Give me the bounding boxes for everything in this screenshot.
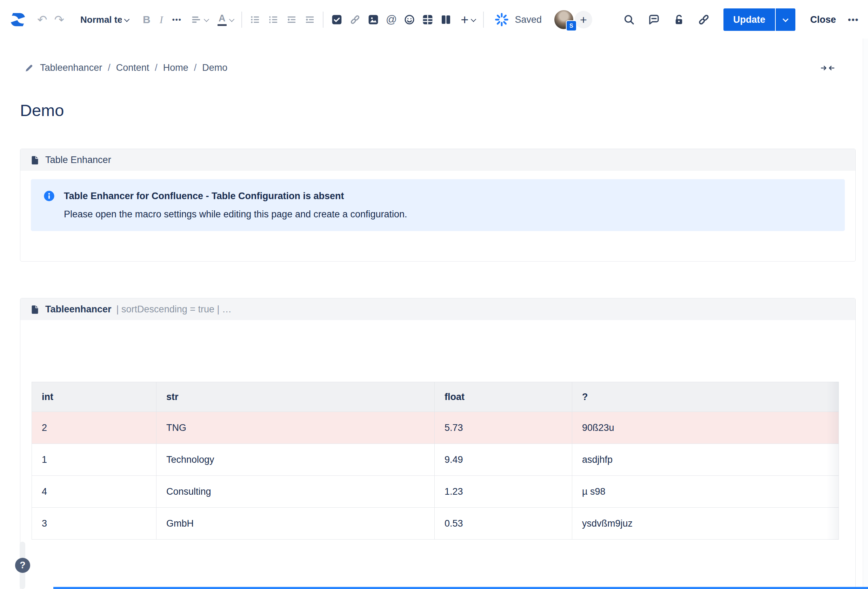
confluence-logo-icon — [9, 11, 27, 28]
bullet-list-button[interactable] — [250, 15, 260, 25]
table-row: 4Consulting1.23µ s98 — [32, 476, 839, 508]
emoji-button[interactable] — [404, 14, 415, 25]
update-split-button: Update — [723, 9, 796, 31]
task-list-button[interactable] — [331, 14, 342, 25]
avatar-status-badge: S — [566, 20, 577, 31]
table-cell: Technology — [156, 444, 435, 476]
mention-button[interactable]: @ — [386, 13, 397, 26]
numbered-list-button[interactable] — [268, 15, 279, 25]
help-button[interactable]: ? — [15, 558, 30, 573]
macro-header[interactable]: Table Enhancer — [20, 149, 855, 171]
info-panel-title: Table Enhancer for Confluence - Table Co… — [64, 190, 407, 202]
close-button[interactable]: Close — [810, 15, 836, 25]
table-row: 1Technology9.49asdjhfp — [32, 444, 839, 476]
info-panel: Table Enhancer for Confluence - Table Co… — [31, 179, 845, 231]
update-button[interactable]: Update — [723, 9, 775, 31]
restrictions-button[interactable] — [673, 14, 685, 26]
breadcrumb-item[interactable]: Home — [163, 62, 188, 73]
link-icon — [350, 14, 361, 25]
table-cell: 90ß23u — [572, 412, 839, 444]
chevron-down-icon — [204, 16, 209, 22]
table-icon — [422, 14, 433, 25]
macro-parameters: | sortDescending = true | … — [117, 304, 232, 315]
macro-tableenhancer[interactable]: Tableenhancer | sortDescending = true | … — [20, 298, 856, 589]
chevron-down-icon — [124, 16, 130, 22]
toolbar-divider — [323, 12, 323, 28]
table-container: intstrfloat? 2TNG5.7390ß23u1Technology9.… — [32, 382, 838, 540]
column-header[interactable]: float — [435, 382, 572, 412]
collapse-arrows-icon — [821, 64, 835, 72]
breadcrumb-item[interactable]: Demo — [202, 62, 227, 73]
macro-table-enhancer[interactable]: Table Enhancer Table Enhancer for Conflu… — [20, 149, 856, 262]
share-link-icon — [697, 13, 710, 26]
more-formatting-button[interactable]: ••• — [172, 16, 182, 24]
table-cell: GmbH — [156, 508, 435, 540]
table-cell: 2 — [32, 412, 156, 444]
insert-link-button[interactable] — [350, 14, 361, 25]
text-color-dropdown[interactable]: A — [217, 14, 234, 26]
page-scrollbar[interactable] — [863, 38, 868, 589]
saved-status: Saved — [515, 15, 542, 25]
user-avatar[interactable]: S — [554, 9, 574, 30]
toolbar-divider — [483, 12, 484, 28]
redo-button[interactable]: ↷ — [55, 13, 65, 27]
add-collaborator-button[interactable]: + — [575, 11, 592, 28]
editor-toolbar: ↶ ↷ Normal text B I ••• A — [0, 0, 868, 39]
insert-table-button[interactable] — [422, 14, 433, 25]
table-cell: Consulting — [156, 476, 435, 508]
info-icon — [43, 190, 55, 203]
align-text-icon — [191, 15, 201, 25]
insert-image-button[interactable] — [368, 14, 379, 25]
macro-body: Table Enhancer for Confluence - Table Co… — [20, 171, 855, 261]
table-cell: TNG — [156, 412, 435, 444]
undo-button[interactable]: ↶ — [37, 13, 47, 27]
column-header[interactable]: ? — [572, 382, 839, 412]
italic-button[interactable]: I — [159, 14, 163, 26]
data-table: intstrfloat? 2TNG5.7390ß23u1Technology9.… — [32, 382, 839, 540]
bold-button[interactable]: B — [143, 14, 151, 26]
collapse-width-button[interactable] — [821, 64, 835, 72]
more-actions-button[interactable]: ••• — [848, 15, 859, 25]
page-title[interactable]: Demo — [20, 101, 868, 120]
table-cell: asdjhfp — [572, 444, 839, 476]
document-icon — [30, 155, 40, 165]
copy-link-button[interactable] — [697, 13, 710, 26]
numbered-list-icon — [268, 15, 279, 25]
saving-spinner-icon — [495, 12, 509, 27]
info-panel-body: Please open the macro settings while edi… — [64, 208, 407, 221]
breadcrumb-item[interactable]: Tableenhancer — [40, 62, 102, 73]
table-cell: 3 — [32, 508, 156, 540]
chevron-down-icon — [783, 16, 789, 22]
breadcrumb-row: Tableenhancer/Content/Home/Demo — [25, 62, 848, 73]
table-cell: 9.49 — [435, 444, 572, 476]
search-button[interactable] — [623, 14, 635, 26]
table-cell: 1 — [32, 444, 156, 476]
macro-body: intstrfloat? 2TNG5.7390ß23u1Technology9.… — [20, 320, 855, 540]
table-cell: 5.73 — [435, 412, 572, 444]
alignment-dropdown[interactable] — [191, 15, 208, 25]
comments-button[interactable] — [648, 13, 660, 26]
text-style-label: Normal text — [80, 15, 122, 25]
column-header[interactable]: str — [156, 382, 435, 412]
comment-icon — [648, 13, 660, 26]
table-row: 3GmbH0.53ysdvßm9juz — [32, 508, 839, 540]
outdent-button[interactable] — [286, 15, 297, 25]
column-header[interactable]: int — [32, 382, 156, 412]
update-options-button[interactable] — [776, 9, 796, 31]
indent-button[interactable] — [304, 15, 315, 25]
table-body: 2TNG5.7390ß23u1Technology9.49asdjhfp4Con… — [32, 412, 839, 540]
confluence-logo[interactable] — [9, 11, 27, 28]
image-icon — [368, 14, 379, 25]
macro-header[interactable]: Tableenhancer | sortDescending = true | … — [20, 298, 855, 320]
indent-icon — [304, 15, 315, 25]
insert-more-dropdown[interactable]: + — [459, 13, 475, 26]
document-icon — [30, 305, 40, 314]
macro-name: Tableenhancer — [45, 304, 112, 315]
breadcrumb-item[interactable]: Content — [116, 62, 149, 73]
checkbox-icon — [331, 14, 342, 25]
text-style-dropdown[interactable]: Normal text — [80, 15, 129, 25]
breadcrumb-separator: / — [155, 62, 158, 73]
layouts-button[interactable] — [440, 14, 452, 25]
breadcrumb: Tableenhancer/Content/Home/Demo — [40, 62, 227, 73]
emoji-icon — [404, 14, 415, 25]
